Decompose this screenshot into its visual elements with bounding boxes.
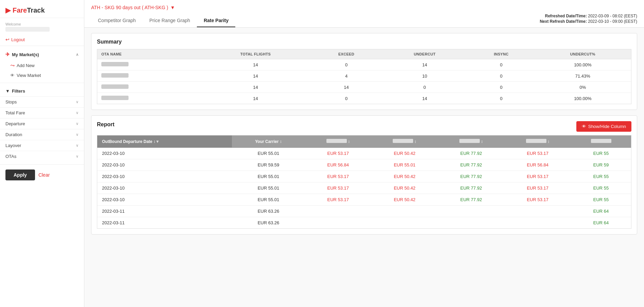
c4-cell	[371, 206, 438, 217]
add-new-item[interactable]: ⤳ Add New	[0, 60, 84, 71]
table-row: 2022-03-11 EUR 63.26 EUR 64	[97, 217, 631, 229]
undercut-cell: 0	[381, 82, 468, 93]
logo-text: FareTrack	[13, 6, 45, 14]
apply-button[interactable]: Apply	[5, 169, 35, 180]
add-icon: ⤳	[10, 62, 15, 69]
undercut-pct-cell: 0%	[535, 82, 631, 93]
filter-departure-label: Departure	[5, 121, 25, 126]
logo-area: ▶ FareTrack	[0, 0, 84, 18]
sort-icon: ↕	[547, 139, 549, 144]
filter-otas-label: OTAs	[5, 154, 16, 159]
filters-section: ▼ Filters Stops ∨ Total Fare ∨ Departure…	[0, 83, 84, 164]
filter-duration[interactable]: Duration ∨	[0, 129, 84, 140]
undercut-cell: 14	[381, 93, 468, 104]
logo-track: Track	[27, 6, 45, 14]
insync-cell: 0	[468, 82, 535, 93]
filter-duration-label: Duration	[5, 132, 22, 137]
welcome-label: Welcome	[5, 22, 79, 26]
my-markets-chevron: ∧	[76, 52, 79, 57]
c3-cell: EUR 56.84	[305, 159, 371, 171]
date-cell: 2022-03-10	[97, 171, 232, 182]
col-ota-1: ↕	[305, 135, 371, 148]
filter-total-fare-chevron: ∨	[76, 111, 79, 115]
col-ota-name: OTA NAME	[97, 49, 200, 59]
col-insync: INSYNC	[468, 49, 535, 59]
show-hide-label: Show/Hide Column	[588, 124, 626, 129]
date-cell: 2022-03-10	[97, 148, 232, 159]
c6-cell: EUR 56.84	[504, 159, 571, 171]
tab-price-range-graph[interactable]: Price Range Graph	[142, 15, 197, 27]
filter-layover-label: Layover	[5, 143, 21, 148]
tabs: Competitor Graph Price Range Graph Rate …	[91, 15, 235, 27]
c4-cell: EUR 55.01	[371, 159, 438, 171]
filter-otas[interactable]: OTAs ∨	[0, 151, 84, 162]
insync-cell: 0	[468, 59, 535, 70]
tab-rate-parity[interactable]: Rate Parity	[197, 15, 235, 27]
c7-cell: EUR 55	[571, 194, 631, 206]
ota-name-cell	[97, 70, 200, 82]
refreshed-date: Refreshed Date/Time: 2022-03-09 - 08:02 …	[540, 14, 637, 18]
c7-cell: EUR 55	[571, 182, 631, 194]
report-title: Report	[97, 122, 115, 128]
undercut-cell: 10	[381, 70, 468, 82]
sort-icon: ↕	[481, 139, 483, 144]
col-departure-date: OutBound Departure Date ↕▼	[97, 135, 232, 148]
col-ota-3: ↕	[438, 135, 505, 148]
filter-duration-chevron: ∨	[76, 132, 79, 137]
table-row: 14 0 14 0 100.00%	[97, 59, 631, 70]
c7-cell: EUR 64	[571, 217, 631, 229]
col-undercut: UNDERCUT	[381, 49, 468, 59]
c4-cell: EUR 50.42	[371, 171, 438, 182]
total-flights-cell: 14	[200, 82, 311, 93]
filters-header: ▼ Filters	[0, 86, 84, 96]
username-blur	[5, 27, 50, 32]
filter-departure-chevron: ∨	[76, 122, 79, 126]
c3-cell	[305, 217, 371, 229]
tab-competitor-graph[interactable]: Competitor Graph	[91, 15, 142, 27]
ota-name-cell	[97, 59, 200, 70]
refresh-info: Refreshed Date/Time: 2022-03-09 - 08:02 …	[540, 14, 637, 27]
filter-departure[interactable]: Departure ∨	[0, 118, 84, 129]
exceed-cell: 0	[311, 59, 382, 70]
table-row: 2022-03-10 EUR 59.59 EUR 56.84 EUR 55.01…	[97, 159, 631, 171]
filter-total-fare-label: Total Fare	[5, 110, 25, 115]
view-market-item[interactable]: 👁 View Market	[0, 71, 84, 80]
exceed-cell: 4	[311, 70, 382, 82]
c4-cell: EUR 50.42	[371, 194, 438, 206]
carrier-cell: EUR 63.26	[232, 206, 305, 217]
table-row: 2022-03-10 EUR 55.01 EUR 53.17 EUR 50.42…	[97, 182, 631, 194]
filter-stops-label: Stops	[5, 99, 17, 104]
clear-button[interactable]: Clear	[38, 172, 50, 178]
c3-cell	[305, 206, 371, 217]
filter-stops[interactable]: Stops ∨	[0, 96, 84, 107]
filter-icon: ▼	[5, 88, 10, 94]
show-hide-column-button[interactable]: 👁 Show/Hide Column	[576, 121, 631, 132]
col-your-carrier: Your Carrier ↕	[232, 135, 305, 148]
c7-cell: EUR 55	[571, 148, 631, 159]
my-markets-label: My Market(s)	[12, 52, 39, 57]
sidebar: ▶ FareTrack Welcome ↩ Logout ✈ My Market…	[0, 0, 84, 307]
add-new-label: Add New	[17, 63, 35, 68]
filter-total-fare[interactable]: Total Fare ∨	[0, 107, 84, 118]
c6-cell: EUR 53.17	[504, 148, 571, 159]
carrier-cell: EUR 63.26	[232, 217, 305, 229]
logo: ▶ FareTrack	[5, 6, 79, 14]
logout-button[interactable]: ↩ Logout	[0, 35, 84, 46]
welcome-area: Welcome	[0, 18, 84, 35]
filter-layover[interactable]: Layover ∨	[0, 140, 84, 151]
sort-icon: ↕	[414, 139, 417, 144]
eye-show-icon: 👁	[582, 124, 586, 129]
my-markets-header[interactable]: ✈ My Market(s) ∧	[0, 49, 84, 60]
route-selector[interactable]: ATH - SKG 90 days out ( ATH-SKG ) ▼	[91, 5, 637, 10]
date-cell: 2022-03-11	[97, 206, 232, 217]
report-header: Report 👁 Show/Hide Column	[97, 121, 631, 132]
eye-icon: 👁	[10, 73, 15, 78]
c5-cell: EUR 77.92	[438, 182, 505, 194]
undercut-pct-cell: 100.00%	[535, 59, 631, 70]
top-bar: ATH - SKG 90 days out ( ATH-SKG ) ▼ Comp…	[84, 0, 644, 28]
insync-cell: 0	[468, 93, 535, 104]
table-row: 14 0 14 0 100.00%	[97, 93, 631, 104]
total-flights-cell: 14	[200, 59, 311, 70]
carrier-cell: EUR 59.59	[232, 159, 305, 171]
route-dropdown-icon: ▼	[170, 5, 175, 10]
